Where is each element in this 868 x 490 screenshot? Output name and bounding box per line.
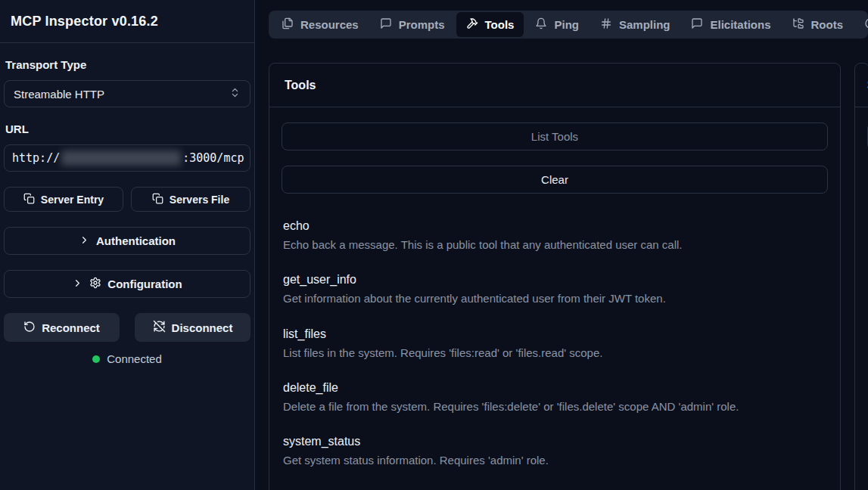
transport-type-label: Transport Type	[5, 58, 250, 71]
right-panel-header: S	[855, 64, 868, 107]
gear-icon	[89, 277, 101, 291]
tool-description: Get system status information. Requires …	[283, 453, 826, 468]
server-entry-button[interactable]: Server Entry	[4, 187, 123, 212]
tool-description: Get information about the currently auth…	[283, 291, 826, 306]
bell-icon	[535, 17, 547, 32]
url-label: URL	[5, 122, 250, 135]
main-area: Resources Prompts Tools Ping Sampling El…	[255, 0, 868, 490]
tools-panel: Tools List Tools Clear echo Echo back a …	[269, 63, 841, 490]
tool-description: List files in the system. Requires 'file…	[283, 346, 826, 361]
tool-item-echo[interactable]: echo Echo back a message. This is a publ…	[283, 219, 826, 253]
tool-item-system-status[interactable]: system_status Get system status informat…	[283, 435, 826, 468]
tab-prompts[interactable]: Prompts	[370, 12, 455, 37]
tab-roots[interactable]: Roots	[782, 12, 854, 37]
message-square-icon	[380, 17, 392, 32]
tool-name: system_status	[283, 435, 826, 448]
server-entry-label: Server Entry	[41, 194, 104, 206]
hammer-icon	[466, 17, 478, 32]
hash-icon	[600, 17, 612, 32]
tool-description: Delete a file from the system. Requires …	[283, 399, 826, 414]
connected-dot-icon	[92, 355, 100, 363]
configuration-label: Configuration	[107, 278, 182, 290]
servers-file-button[interactable]: Servers File	[131, 187, 250, 212]
copy-icon	[23, 193, 35, 206]
url-redaction	[61, 150, 181, 166]
copy-icon	[152, 193, 163, 206]
tools-panel-title: Tools	[285, 79, 316, 92]
chevron-right-icon	[72, 278, 83, 291]
authentication-label: Authentication	[96, 234, 176, 247]
folder-tree-icon	[792, 17, 804, 32]
reconnect-button[interactable]: Reconnect	[4, 313, 120, 342]
tool-item-get-user-info[interactable]: get_user_info Get information about the …	[283, 273, 826, 306]
tab-sampling[interactable]: Sampling	[590, 12, 680, 37]
message-square-icon	[691, 17, 703, 32]
clear-button[interactable]: Clear	[282, 166, 828, 194]
tab-partial[interactable]	[854, 12, 868, 37]
tool-list: echo Echo back a message. This is a publ…	[269, 194, 840, 468]
connected-label: Connected	[107, 352, 162, 365]
sidebar: MCP Inspector v0.16.2 Transport Type Str…	[0, 0, 255, 490]
tab-label: Roots	[811, 18, 844, 31]
tab-label: Ping	[554, 18, 579, 31]
reconnect-label: Reconnect	[42, 321, 100, 334]
tool-name: list_files	[283, 327, 826, 341]
servers-file-label: Servers File	[170, 194, 229, 206]
tab-elicitations[interactable]: Elicitations	[681, 12, 780, 37]
connection-status: Connected	[4, 352, 250, 365]
app-window: MCP Inspector v0.16.2 Transport Type Str…	[0, 0, 868, 490]
tab-bar: Resources Prompts Tools Ping Sampling El…	[269, 11, 868, 39]
configuration-toggle[interactable]: Configuration	[4, 270, 250, 298]
tab-label: Prompts	[399, 18, 445, 31]
app-title: MCP Inspector v0.16.2	[11, 14, 158, 29]
url-prefix: http://	[12, 151, 60, 165]
tab-label: Resources	[300, 18, 359, 31]
right-panel: S	[854, 63, 868, 490]
tool-name: echo	[283, 219, 826, 233]
refresh-off-icon	[153, 320, 166, 335]
tab-tools[interactable]: Tools	[456, 12, 524, 37]
url-input[interactable]: http://:3000/mcp	[4, 144, 250, 172]
tab-label: Tools	[485, 18, 515, 31]
tool-item-list-files[interactable]: list_files List files in the system. Req…	[283, 327, 826, 361]
tab-label: Sampling	[619, 18, 670, 31]
circle-icon	[864, 17, 868, 32]
rotate-ccw-icon	[23, 321, 36, 335]
list-tools-button[interactable]: List Tools	[282, 122, 828, 150]
transport-type-select[interactable]: Streamable HTTP	[4, 80, 250, 107]
tool-description: Echo back a message. This is a public to…	[283, 237, 826, 253]
files-icon	[282, 17, 294, 32]
tool-name: delete_file	[283, 381, 826, 395]
disconnect-label: Disconnect	[172, 321, 233, 334]
tab-resources[interactable]: Resources	[272, 12, 369, 37]
tool-item-delete-file[interactable]: delete_file Delete a file from the syste…	[283, 381, 826, 414]
tab-ping[interactable]: Ping	[525, 12, 589, 37]
authentication-toggle[interactable]: Authentication	[4, 227, 250, 255]
tools-panel-header: Tools	[269, 64, 840, 107]
disconnect-button[interactable]: Disconnect	[135, 313, 250, 342]
sidebar-header: MCP Inspector v0.16.2	[0, 0, 254, 43]
transport-type-value: Streamable HTTP	[14, 88, 104, 101]
chevron-right-icon	[79, 234, 90, 248]
url-suffix: :3000/mcp	[182, 151, 244, 165]
chevrons-up-down-icon	[229, 87, 241, 101]
tab-label: Elicitations	[710, 18, 770, 31]
tool-name: get_user_info	[283, 273, 826, 287]
